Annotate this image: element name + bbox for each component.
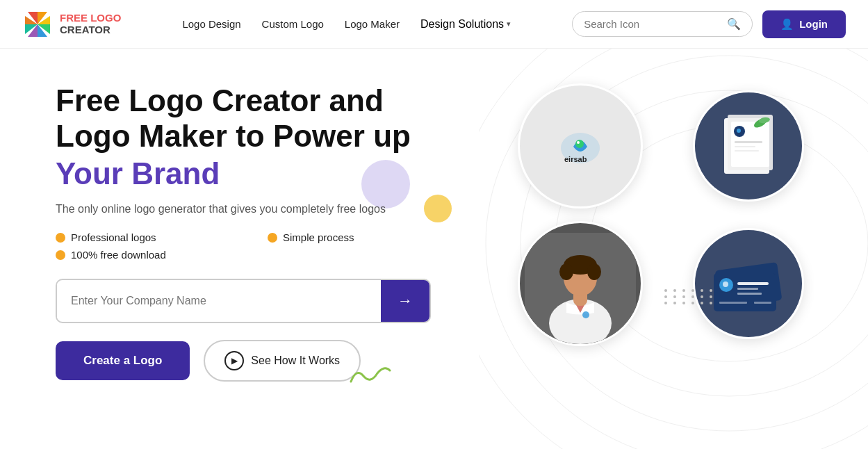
business-card-icon bbox=[707, 242, 790, 325]
submit-arrow-button[interactable]: → bbox=[381, 280, 429, 322]
logo-icon bbox=[22, 9, 53, 40]
svg-rect-43 bbox=[754, 302, 771, 304]
logo-creator: CREATOR bbox=[60, 24, 121, 36]
nav-custom-logo[interactable]: Custom Logo bbox=[262, 18, 324, 30]
company-input-row: → bbox=[56, 279, 431, 323]
hero-section: Free Logo Creator and Logo Maker to Powe… bbox=[0, 49, 868, 449]
preview-business-cards bbox=[693, 228, 804, 339]
svg-rect-39 bbox=[737, 282, 769, 285]
preview-person bbox=[518, 221, 643, 346]
cta-row: Create a Logo ▶ See How It Works bbox=[56, 340, 480, 382]
feature-label-1: Professional logos bbox=[71, 231, 156, 243]
nav-logo-design[interactable]: Logo Design bbox=[182, 18, 240, 30]
svg-point-33 bbox=[587, 263, 601, 280]
hero-right: eirsab bbox=[502, 76, 826, 346]
feature-dot-3 bbox=[56, 250, 65, 260]
svg-point-38 bbox=[723, 281, 728, 287]
play-icon: ▶ bbox=[224, 351, 244, 370]
preview-eirsab-logo: eirsab bbox=[518, 83, 643, 209]
feature-label-2: Simple process bbox=[283, 231, 354, 243]
feature-dot-1 bbox=[56, 233, 65, 243]
login-button[interactable]: 👤 Login bbox=[762, 10, 846, 38]
svg-rect-41 bbox=[737, 293, 762, 295]
svg-point-32 bbox=[559, 263, 573, 280]
arrow-right-icon: → bbox=[398, 292, 413, 310]
svg-rect-24 bbox=[735, 150, 759, 152]
svg-rect-23 bbox=[735, 146, 755, 147]
svg-rect-40 bbox=[737, 288, 758, 290]
company-name-input[interactable] bbox=[57, 282, 381, 320]
svg-point-21 bbox=[737, 129, 741, 133]
svg-point-14 bbox=[575, 140, 584, 148]
logo-text: FREE LOGO CREATOR bbox=[60, 13, 121, 35]
main-nav: Logo Design Custom Logo Logo Maker Desig… bbox=[182, 18, 511, 31]
eirsab-icon: eirsab bbox=[556, 127, 605, 165]
see-how-button[interactable]: ▶ See How It Works bbox=[204, 340, 361, 382]
header: FREE LOGO CREATOR Logo Design Custom Log… bbox=[0, 0, 868, 49]
feature-professional: Professional logos bbox=[56, 231, 268, 243]
logo-free: FREE LOGO bbox=[60, 13, 121, 24]
preview-stationery bbox=[693, 90, 804, 202]
person-icon bbox=[525, 233, 636, 344]
hero-description: The only online logo generator that give… bbox=[56, 201, 403, 218]
svg-rect-22 bbox=[735, 141, 762, 143]
svg-point-15 bbox=[577, 141, 580, 144]
chevron-down-icon: ▾ bbox=[507, 19, 511, 28]
dots-pattern bbox=[664, 289, 715, 304]
svg-text:eirsab: eirsab bbox=[564, 155, 587, 163]
feature-dot-2 bbox=[268, 233, 277, 243]
feature-label-3: 100% free download bbox=[71, 249, 166, 261]
create-logo-button[interactable]: Create a Logo bbox=[56, 341, 190, 380]
hero-title: Free Logo Creator and Logo Maker to Powe… bbox=[56, 83, 480, 154]
search-box[interactable]: 🔍 bbox=[572, 11, 753, 37]
hero-brand: Your Brand bbox=[56, 156, 480, 191]
features-list: Professional logos Simple process 100% f… bbox=[56, 231, 480, 261]
stationery-icon bbox=[710, 108, 787, 184]
nav-design-solutions[interactable]: Design Solutions ▾ bbox=[420, 18, 511, 31]
header-right: 🔍 👤 Login bbox=[572, 10, 846, 38]
hero-left: Free Logo Creator and Logo Maker to Powe… bbox=[56, 76, 480, 382]
user-icon: 👤 bbox=[780, 18, 794, 31]
feature-simple: Simple process bbox=[268, 231, 480, 243]
search-icon: 🔍 bbox=[727, 17, 741, 31]
svg-point-34 bbox=[582, 311, 589, 318]
nav-logo-maker[interactable]: Logo Maker bbox=[345, 18, 400, 30]
svg-rect-42 bbox=[719, 302, 747, 304]
feature-free: 100% free download bbox=[56, 249, 268, 261]
squiggle-decoration bbox=[350, 362, 391, 387]
logo[interactable]: FREE LOGO CREATOR bbox=[22, 9, 121, 40]
search-input[interactable] bbox=[584, 18, 721, 30]
